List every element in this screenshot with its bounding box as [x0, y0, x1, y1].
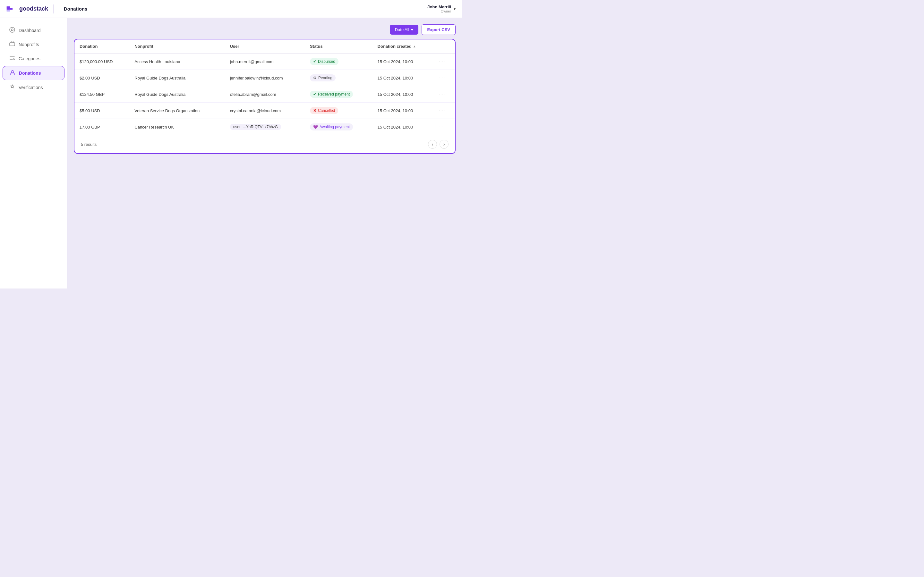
more-menu-button[interactable]: ··· — [439, 59, 445, 64]
main-content: Date All ▾ Export CSV Donation Nonprofit — [67, 18, 462, 288]
col-user: User — [225, 39, 305, 53]
svg-point-4 — [11, 29, 13, 31]
cell-donation-amount: £124.50 GBP — [74, 86, 129, 103]
table-row: £124.50 GBP Royal Guide Dogs Australia o… — [74, 86, 455, 103]
user-name: John Merrill — [427, 5, 451, 9]
user-menu[interactable]: John Merrill Owner ▾ — [427, 5, 456, 13]
cell-status: ⚙ Pending — [305, 70, 373, 86]
status-icon: ✖ — [313, 108, 317, 113]
cell-created: 15 Oct 2024, 10:00 — [373, 70, 434, 86]
toolbar: Date All ▾ Export CSV — [74, 24, 456, 35]
donations-table-card: Donation Nonprofit User Status — [74, 39, 456, 154]
sidebar-label-verifications: Verifications — [19, 85, 43, 90]
main-layout: Dashboard Nonprofits Categories Donation… — [0, 18, 462, 288]
cell-nonprofit: Royal Guide Dogs Australia — [129, 70, 225, 86]
top-header: goodstack Donations John Merrill Owner ▾ — [0, 0, 462, 18]
svg-rect-5 — [10, 43, 15, 46]
col-created[interactable]: Donation created ▲ — [373, 39, 434, 53]
sidebar-item-donations[interactable]: Donations — [3, 66, 65, 80]
col-donation: Donation — [74, 39, 129, 53]
col-actions — [434, 39, 455, 53]
cell-created: 15 Oct 2024, 10:00 — [373, 86, 434, 103]
sidebar-label-dashboard: Dashboard — [19, 28, 41, 33]
svg-rect-1 — [6, 8, 13, 10]
cell-more[interactable]: ··· — [434, 119, 455, 135]
logo: goodstack — [6, 5, 48, 13]
svg-rect-0 — [6, 6, 10, 8]
cell-donation-amount: $120,000.00 USD — [74, 53, 129, 70]
sidebar-item-categories[interactable]: Categories — [3, 52, 65, 65]
svg-rect-2 — [6, 10, 10, 11]
date-filter-button[interactable]: Date All ▾ — [390, 25, 419, 35]
sidebar-label-categories: Categories — [19, 56, 40, 61]
cell-more[interactable]: ··· — [434, 70, 455, 86]
verifications-icon — [9, 84, 15, 91]
categories-icon — [9, 55, 15, 62]
status-badge: ⚙ Pending — [310, 74, 336, 81]
cell-created: 15 Oct 2024, 10:00 — [373, 53, 434, 70]
cell-donation-amount: $2.00 USD — [74, 70, 129, 86]
cell-donation-amount: $5.00 USD — [74, 103, 129, 119]
user-role: Owner — [427, 9, 451, 13]
svg-point-3 — [10, 27, 15, 32]
header-left: goodstack Donations — [6, 5, 87, 13]
status-badge: 💜 Awaiting payment — [310, 123, 353, 131]
pagination: ‹ › — [428, 140, 449, 149]
cell-more[interactable]: ··· — [434, 86, 455, 103]
cell-status: 💜 Awaiting payment — [305, 119, 373, 135]
logo-text: goodstack — [19, 5, 48, 12]
more-menu-button[interactable]: ··· — [439, 108, 445, 113]
cell-nonprofit: Veteran Service Dogs Organization — [129, 103, 225, 119]
cell-user: ofelia.abram@gmail.com — [225, 86, 305, 103]
more-menu-button[interactable]: ··· — [439, 75, 445, 81]
table-row: $120,000.00 USD Access Health Louisiana … — [74, 53, 455, 70]
more-menu-button[interactable]: ··· — [439, 91, 445, 97]
table-row: £7.00 GBP Cancer Research UK user_...YnR… — [74, 119, 455, 135]
sidebar-label-donations: Donations — [19, 71, 41, 76]
col-nonprofit: Nonprofit — [129, 39, 225, 53]
donations-icon — [9, 69, 16, 77]
date-filter-label: Date All — [395, 27, 409, 32]
cell-created: 15 Oct 2024, 10:00 — [373, 103, 434, 119]
col-status: Status — [305, 39, 373, 53]
cell-donation-amount: £7.00 GBP — [74, 119, 129, 135]
cell-status: ✔ Disbursed — [305, 53, 373, 70]
table-row: $2.00 USD Royal Guide Dogs Australia jen… — [74, 70, 455, 86]
sidebar-label-nonprofits: Nonprofits — [19, 42, 39, 47]
page-title: Donations — [64, 6, 87, 11]
more-menu-button[interactable]: ··· — [439, 124, 445, 129]
results-count: 5 results — [81, 142, 97, 147]
cell-more[interactable]: ··· — [434, 53, 455, 70]
sidebar: Dashboard Nonprofits Categories Donation… — [0, 18, 67, 288]
cell-nonprofit: Access Health Louisiana — [129, 53, 225, 70]
sidebar-item-dashboard[interactable]: Dashboard — [3, 24, 65, 37]
date-chevron-icon: ▾ — [411, 27, 413, 32]
next-page-button[interactable]: › — [439, 140, 449, 149]
status-badge: ✖ Cancelled — [310, 107, 338, 114]
sort-icon: ▲ — [413, 45, 416, 48]
cell-user: jennifer.baldwin@icloud.com — [225, 70, 305, 86]
sidebar-item-verifications[interactable]: Verifications — [3, 81, 65, 94]
prev-page-button[interactable]: ‹ — [428, 140, 437, 149]
svg-point-6 — [13, 59, 15, 60]
nonprofits-icon — [9, 41, 15, 48]
cell-user: john.merrill@gmail.com — [225, 53, 305, 70]
status-badge: ✔ Disbursed — [310, 58, 338, 65]
status-icon: ✔ — [313, 59, 317, 64]
status-badge: ✔ Received payment — [310, 91, 353, 98]
cell-more[interactable]: ··· — [434, 103, 455, 119]
chevron-down-icon: ▾ — [454, 7, 456, 11]
sidebar-item-nonprofits[interactable]: Nonprofits — [3, 38, 65, 51]
status-icon: 💜 — [313, 125, 318, 129]
cell-status: ✖ Cancelled — [305, 103, 373, 119]
table-footer: 5 results ‹ › — [74, 135, 455, 153]
cell-nonprofit: Cancer Research UK — [129, 119, 225, 135]
export-csv-button[interactable]: Export CSV — [422, 24, 456, 35]
cell-created: 15 Oct 2024, 10:00 — [373, 119, 434, 135]
user-chip: user_...YnRtQTVLx7hhzG — [230, 124, 281, 130]
dashboard-icon — [9, 27, 15, 34]
donations-table: Donation Nonprofit User Status — [74, 39, 455, 135]
user-info: John Merrill Owner — [427, 5, 451, 13]
export-csv-label: Export CSV — [427, 27, 450, 32]
status-icon: ✔ — [313, 92, 317, 97]
